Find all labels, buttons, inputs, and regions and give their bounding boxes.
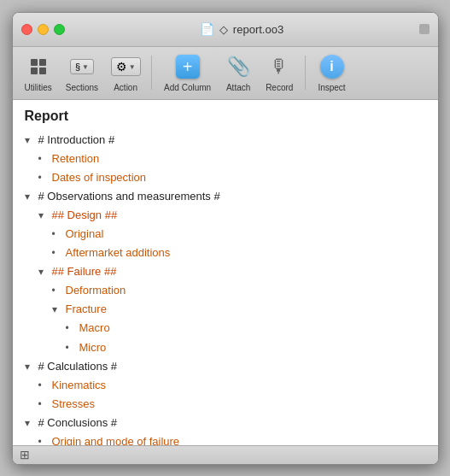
list-item: ▾ Fracture (21, 300, 424, 319)
document-icon: 📄 (200, 22, 214, 36)
sections-icon: § ▼ (68, 53, 96, 80)
list-item: • Kinematics (21, 376, 424, 395)
outline: ▾ # Introduction # • Retention • Dates o… (21, 131, 424, 445)
record-label: Record (266, 83, 293, 92)
bullet-marker: • (38, 396, 52, 413)
bottom-bar: ⊞ (13, 445, 438, 464)
list-item: • Dates of inspection (21, 168, 424, 187)
window-title: ◇ (219, 23, 228, 36)
record-icon: 🎙 (266, 53, 293, 80)
utilities-label: Utilities (25, 83, 52, 92)
list-item: • Origin and mode of failure (21, 432, 424, 445)
list-item: ▾ # Conclusions # (21, 414, 424, 432)
add-column-icon-wrapper: + (174, 53, 202, 80)
action-icon: ⚙ ▼ (112, 53, 139, 80)
outline-text[interactable]: Stresses (52, 395, 96, 414)
add-column-button[interactable]: + Add Column (159, 50, 216, 96)
bullet-marker: • (38, 433, 52, 445)
minimize-button[interactable] (38, 24, 49, 35)
add-column-icon: + (176, 55, 200, 79)
bullet-marker: • (38, 150, 52, 167)
list-item: ▾ # Observations and measurements # (21, 187, 424, 206)
list-item: • Aftermarket additions (21, 244, 424, 262)
view-icon[interactable]: ⊞ (20, 448, 30, 461)
list-item: ▾ ## Design ## (21, 206, 424, 225)
list-item: ▾ # Introduction # (21, 131, 424, 150)
outline-text[interactable]: Aftermarket additions (66, 244, 171, 262)
utilities-button[interactable]: Utilities (20, 50, 57, 96)
outline-text[interactable]: Retention (52, 150, 100, 168)
inspect-label: Inspect (318, 83, 345, 92)
main-window: 📄 ◇ report.oo3 Utilities § (12, 12, 439, 465)
report-title: Report (21, 109, 424, 124)
list-item: • Macro (21, 319, 424, 338)
bullet-marker: • (66, 339, 79, 356)
close-button[interactable] (21, 24, 32, 35)
bullet-marker: • (66, 320, 79, 337)
list-item: • Retention (21, 150, 424, 168)
list-item: • Stresses (21, 395, 424, 414)
outline-text[interactable]: Fracture (66, 300, 107, 319)
bullet-marker: • (38, 169, 52, 186)
sections-button[interactable]: § ▼ Sections (61, 50, 103, 96)
list-item: • Deformation (21, 281, 424, 300)
disclosure-triangle[interactable]: ▾ (52, 301, 66, 318)
bullet-marker: • (52, 226, 66, 243)
record-button[interactable]: 🎙 Record (260, 50, 298, 96)
outline-text[interactable]: ## Design ## (52, 206, 118, 225)
bullet-marker: • (52, 282, 66, 299)
disclosure-triangle[interactable]: ▾ (25, 188, 38, 205)
attach-label: Attach (226, 83, 250, 92)
list-item: • Original (21, 225, 424, 244)
outline-text[interactable]: # Observations and measurements # (38, 187, 220, 206)
outline-text[interactable]: Kinematics (52, 376, 107, 395)
action-symbol: ⚙ (116, 60, 127, 73)
list-item: ▾ # Calculations # (21, 357, 424, 376)
action-label: Action (114, 83, 137, 92)
disclosure-triangle[interactable]: ▾ (38, 207, 52, 224)
outline-text[interactable]: Macro (79, 319, 110, 338)
inspect-icon-wrapper: i (319, 53, 346, 80)
zoom-button[interactable] (54, 24, 65, 35)
outline-text[interactable]: # Introduction # (38, 131, 115, 150)
disclosure-triangle[interactable]: ▾ (25, 414, 38, 432)
sections-symbol: § (75, 62, 80, 72)
bullet-marker: • (52, 244, 66, 262)
outline-text[interactable]: # Calculations # (38, 357, 118, 376)
disclosure-triangle[interactable]: ▾ (38, 263, 52, 280)
outline-text[interactable]: # Conclusions # (38, 414, 118, 432)
outline-text[interactable]: Original (66, 225, 104, 244)
inspect-button[interactable]: i Inspect (313, 50, 350, 96)
action-button[interactable]: ⚙ ▼ Action (107, 50, 144, 96)
disclosure-triangle[interactable]: ▾ (25, 358, 38, 375)
action-dropdown-arrow: ▼ (129, 63, 136, 71)
toolbar: Utilities § ▼ Sections ⚙ ▼ Action (13, 47, 438, 100)
disclosure-triangle[interactable]: ▾ (25, 132, 38, 149)
outline-text[interactable]: Origin and mode of failure (52, 432, 180, 445)
outline-text[interactable]: Micro (79, 338, 107, 357)
traffic-lights (21, 24, 65, 35)
outline-text[interactable]: ## Failure ## (52, 262, 117, 281)
window-filename: report.oo3 (233, 23, 283, 36)
outline-text[interactable]: Deformation (66, 281, 126, 300)
content-area[interactable]: Report ▾ # Introduction # • Retention • … (13, 100, 438, 445)
outline-text[interactable]: Dates of inspection (52, 168, 147, 187)
add-column-label: Add Column (164, 83, 211, 92)
sections-label: Sections (66, 83, 98, 92)
inspect-icon: i (320, 55, 344, 79)
title-area: 📄 ◇ report.oo3 (65, 22, 419, 36)
list-item: ▾ ## Failure ## (21, 262, 424, 281)
utilities-icon (25, 53, 52, 80)
attach-button[interactable]: 📎 Attach (219, 50, 257, 96)
list-item: • Micro (21, 338, 424, 357)
toolbar-separator-1 (151, 56, 152, 90)
sections-dropdown-arrow: ▼ (82, 63, 89, 71)
window-resize[interactable] (419, 24, 430, 34)
bullet-marker: • (38, 377, 52, 394)
attach-icon: 📎 (225, 53, 252, 80)
titlebar: 📄 ◇ report.oo3 (13, 13, 438, 47)
toolbar-separator-2 (305, 56, 306, 90)
